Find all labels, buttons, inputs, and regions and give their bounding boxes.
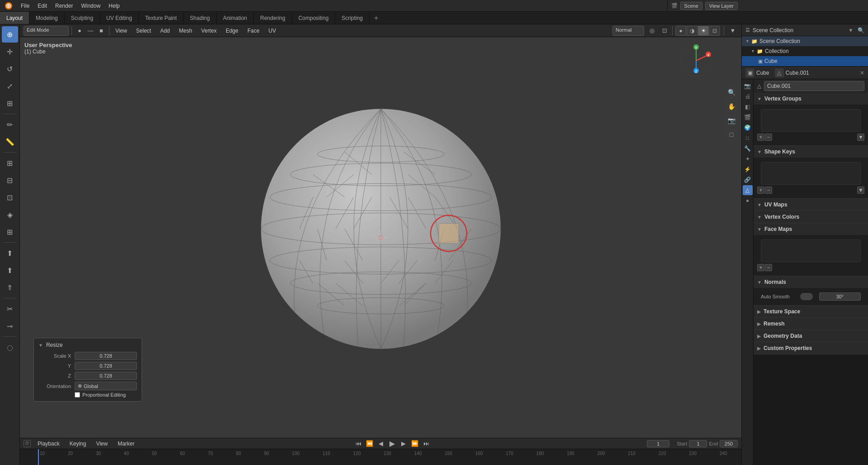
menu-edit[interactable]: Edit (34, 2, 51, 10)
add-workspace-button[interactable]: + (370, 12, 383, 24)
geometry-data-header[interactable]: ▶ Geometry Data (754, 330, 868, 342)
start-frame-input[interactable] (689, 440, 707, 447)
tab-sculpting[interactable]: Sculpting (65, 12, 100, 24)
shading-solid[interactable]: ● (675, 26, 686, 36)
auto-smooth-angle[interactable] (819, 292, 861, 301)
outliner-cube[interactable]: ▣ Cube (742, 56, 868, 66)
props-tab-material[interactable]: ● (743, 196, 753, 206)
tool-move[interactable]: ✛ (2, 43, 18, 60)
timeline-keying[interactable]: Keying (66, 440, 90, 448)
timeline-marker[interactable]: Marker (114, 440, 138, 448)
tool-extrude[interactable]: ⬆ (2, 245, 18, 261)
tab-layout[interactable]: Layout (0, 12, 29, 24)
vg-add-btn[interactable]: + (757, 134, 764, 141)
resize-caret[interactable]: ▼ (38, 343, 43, 348)
props-tab-scene[interactable]: 🎬 (743, 112, 753, 122)
tool-scale[interactable]: ⤢ (2, 78, 18, 94)
scale-z-input[interactable]: 0.728 (75, 372, 137, 380)
viewport-canvas[interactable]: User Perspective (1) Cube (20, 37, 741, 438)
tool-rotate[interactable]: ↺ (2, 61, 18, 77)
outliner-filter-icon[interactable]: ▼ (847, 27, 854, 34)
vertex-groups-header[interactable]: ▼ Vertex Groups (754, 93, 868, 105)
view-icon[interactable]: □ (725, 128, 738, 141)
tool-offset-edge[interactable]: ⊟ (2, 172, 18, 188)
tab-rendering[interactable]: Rendering (254, 12, 292, 24)
menu-view[interactable]: View (112, 27, 130, 35)
auto-smooth-toggle[interactable] (800, 293, 813, 300)
sk-remove-btn[interactable]: − (765, 187, 772, 194)
mesh-name-input[interactable] (764, 81, 864, 91)
sk-add-btn[interactable]: + (757, 187, 764, 194)
timeline-icon[interactable]: ⏱ (24, 440, 31, 447)
shading-rendered[interactable]: ☀ (698, 26, 709, 36)
face-maps-header[interactable]: ▼ Face Maps (754, 223, 868, 235)
camera-icon[interactable]: 📷 (725, 114, 738, 127)
menu-add[interactable]: Add (157, 27, 173, 35)
remesh-header[interactable]: ▶ Remesh (754, 318, 868, 330)
tab-texture-paint[interactable]: Texture Paint (139, 12, 184, 24)
vertex-colors-header[interactable]: ▼ Vertex Colors (754, 211, 868, 223)
proportional-checkbox[interactable] (75, 392, 80, 398)
outliner-scene-collection[interactable]: ▼ 📁 Scene Collection (742, 36, 868, 46)
timeline-view[interactable]: View (93, 440, 111, 448)
props-obj-icon[interactable]: ▣ (745, 68, 754, 77)
tool-transform[interactable]: ⊞ (2, 95, 18, 111)
tool-extrude-manifold[interactable]: ⬆ (2, 262, 18, 278)
props-header-close[interactable]: ✕ (860, 70, 864, 76)
scale-x-input[interactable]: 0.728 (75, 352, 137, 360)
overlay-icon[interactable]: ◎ (647, 26, 657, 36)
props-tab-data[interactable]: △ (743, 185, 753, 195)
props-tab-object[interactable]: □ (743, 133, 753, 143)
zoom-in-icon[interactable]: 🔍 (725, 86, 738, 99)
normals-header[interactable]: ▼ Normals (754, 276, 868, 288)
timeline-playback[interactable]: Playback (34, 440, 63, 448)
custom-props-header[interactable]: ▶ Custom Properties (754, 342, 868, 354)
shading-material[interactable]: ◑ (687, 26, 697, 36)
fm-add-btn[interactable]: + (757, 264, 764, 271)
props-tab-render[interactable]: 📷 (743, 81, 753, 91)
props-tab-physics[interactable]: ⚡ (743, 164, 753, 174)
tab-scripting[interactable]: Scripting (335, 12, 370, 24)
prev-frame-btn[interactable]: ◀ (376, 439, 386, 449)
prev-keyframe-btn[interactable]: ⏪ (365, 439, 375, 449)
shape-keys-header[interactable]: ▼ Shape Keys (754, 146, 868, 158)
uv-maps-header[interactable]: ▼ UV Maps (754, 199, 868, 211)
tool-smooth[interactable]: ◌ (2, 339, 18, 355)
tool-bevel[interactable]: ◈ (2, 206, 18, 223)
tool-extrude-normals[interactable]: ⇑ (2, 279, 18, 296)
header-face-icon[interactable]: ■ (96, 26, 106, 36)
menu-render[interactable]: Render (52, 2, 76, 10)
next-frame-btn[interactable]: ▶ (398, 439, 408, 449)
overlays-dropdown-icon[interactable]: ▼ (728, 26, 738, 36)
timeline-ruler[interactable]: 10 20 30 40 50 60 70 80 90 100 110 120 1… (20, 449, 741, 465)
tool-loop-cut[interactable]: ⊞ (2, 155, 18, 171)
shading-mode-selector[interactable]: Normal (612, 26, 644, 36)
next-keyframe-btn[interactable]: ⏩ (410, 439, 420, 449)
menu-uv[interactable]: UV (266, 27, 280, 35)
menu-window[interactable]: Window (77, 2, 104, 10)
header-edge-icon[interactable]: — (85, 26, 95, 36)
menu-face[interactable]: Face (244, 27, 263, 35)
mode-selector[interactable]: Edit Mode (24, 26, 69, 36)
sk-menu-btn[interactable]: ▼ (857, 187, 864, 194)
tool-annotate[interactable]: ✏ (2, 116, 18, 133)
outliner-search-icon[interactable]: 🔍 (857, 27, 864, 34)
outliner-collection[interactable]: ▼ 📁 Collection (742, 46, 868, 56)
tool-inset[interactable]: ⊡ (2, 189, 18, 206)
tool-measure[interactable]: 📏 (2, 134, 18, 150)
tool-bisect[interactable]: ⊸ (2, 318, 18, 334)
menu-file[interactable]: File (17, 2, 33, 10)
orientation-selector[interactable]: ⊕ Global (75, 382, 137, 390)
vg-menu-btn[interactable]: ▼ (857, 134, 864, 141)
props-tab-output[interactable]: 🖨 (743, 91, 753, 101)
tab-modeling[interactable]: Modeling (29, 12, 65, 24)
menu-select[interactable]: Select (133, 27, 154, 35)
menu-mesh[interactable]: Mesh (176, 27, 195, 35)
tab-uv-editing[interactable]: UV Editing (100, 12, 139, 24)
scale-y-input[interactable]: 0.728 (75, 362, 137, 370)
play-end-btn[interactable]: ⏭ (421, 439, 431, 449)
tool-cursor[interactable]: ⊕ (2, 26, 18, 43)
tab-shading[interactable]: Shading (184, 12, 217, 24)
menu-vertex[interactable]: Vertex (198, 27, 220, 35)
props-tab-particles[interactable]: ✦ (743, 154, 753, 164)
